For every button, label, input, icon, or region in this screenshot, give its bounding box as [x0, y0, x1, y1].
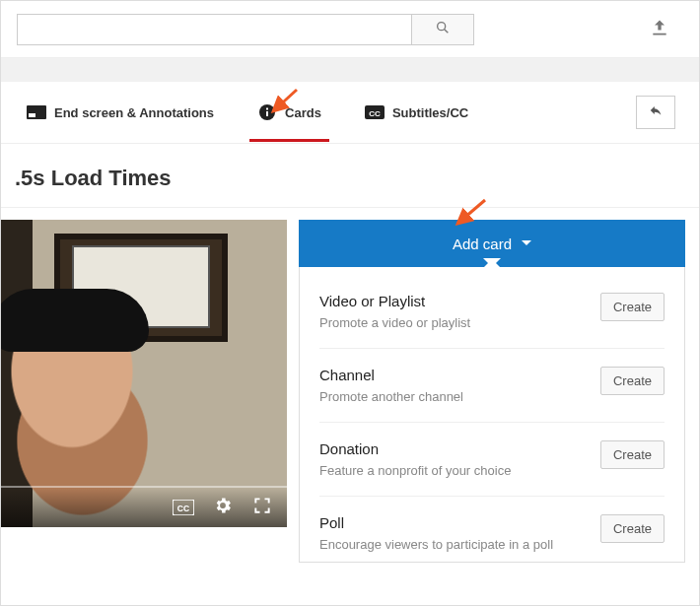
svg-rect-6: [266, 108, 268, 110]
option-desc: Feature a nonprofit of your choice: [319, 463, 589, 478]
content-row: CC Add card: [1, 208, 699, 563]
option-desc: Promote a video or playlist: [319, 315, 589, 330]
cc-icon: CC: [365, 105, 385, 119]
upload-icon: [650, 18, 669, 41]
option-desc: Promote another channel: [319, 389, 589, 404]
svg-rect-5: [266, 111, 268, 116]
reply-arrow-icon: [647, 103, 665, 121]
add-card-button[interactable]: Add card: [299, 220, 685, 267]
separator-strip: [1, 58, 699, 82]
video-controls: CC: [0, 488, 287, 527]
end-screen-icon: [27, 105, 46, 119]
fullscreen-button[interactable]: [251, 497, 273, 518]
page-title: .5s Load Times: [1, 144, 699, 208]
editor-tabs: End screen & Annotations Cards CC Subtit…: [1, 82, 699, 143]
create-button-channel[interactable]: Create: [600, 367, 665, 395]
option-title: Video or Playlist: [319, 293, 589, 309]
option-title: Poll: [319, 514, 589, 531]
svg-rect-3: [29, 113, 35, 117]
captions-button[interactable]: CC: [173, 497, 194, 518]
create-button-poll[interactable]: Create: [600, 514, 665, 543]
svg-line-1: [445, 29, 449, 33]
top-bar: [1, 1, 699, 58]
search-button[interactable]: [411, 14, 474, 45]
add-card-menu: Video or Playlist Promote a video or pla…: [299, 267, 685, 563]
fullscreen-icon: [252, 496, 272, 519]
option-desc: Encourage viewers to participate in a po…: [319, 537, 589, 552]
add-card-label: Add card: [453, 236, 512, 252]
tab-end-screen[interactable]: End screen & Annotations: [25, 100, 216, 126]
option-title: Channel: [319, 367, 589, 383]
settings-button[interactable]: [212, 497, 234, 518]
search-icon: [435, 20, 451, 39]
create-button-video-playlist[interactable]: Create: [600, 293, 665, 321]
card-column: Add card Video or Playlist Promote a vid…: [299, 220, 685, 563]
gear-icon: [213, 496, 233, 519]
video-frame-image: [0, 220, 287, 527]
info-circle-icon: [257, 105, 277, 119]
caret-down-icon: [522, 240, 531, 250]
card-option-poll: Poll Encourage viewers to participate in…: [319, 497, 665, 562]
create-button-donation[interactable]: Create: [600, 440, 665, 469]
search-container: [17, 14, 474, 45]
search-input[interactable]: [17, 14, 411, 45]
tab-label: Subtitles/CC: [392, 105, 468, 120]
option-title: Donation: [319, 440, 589, 457]
card-option-channel: Channel Promote another channel Create: [319, 349, 665, 423]
page-title-text: .5s Load Times: [15, 166, 172, 190]
card-option-donation: Donation Feature a nonprofit of your cho…: [319, 423, 665, 497]
video-column: CC: [1, 220, 287, 563]
svg-text:CC: CC: [369, 109, 381, 118]
svg-text:CC: CC: [177, 504, 189, 513]
card-option-video-playlist: Video or Playlist Promote a video or pla…: [319, 275, 665, 349]
tab-label: End screen & Annotations: [54, 105, 214, 120]
tab-cards[interactable]: Cards: [255, 100, 323, 126]
back-button[interactable]: [636, 96, 675, 129]
tab-label: Cards: [285, 105, 321, 120]
video-player[interactable]: CC: [0, 220, 287, 527]
tab-subtitles[interactable]: CC Subtitles/CC: [363, 100, 470, 126]
upload-button[interactable]: [640, 10, 679, 49]
svg-point-0: [438, 22, 446, 30]
